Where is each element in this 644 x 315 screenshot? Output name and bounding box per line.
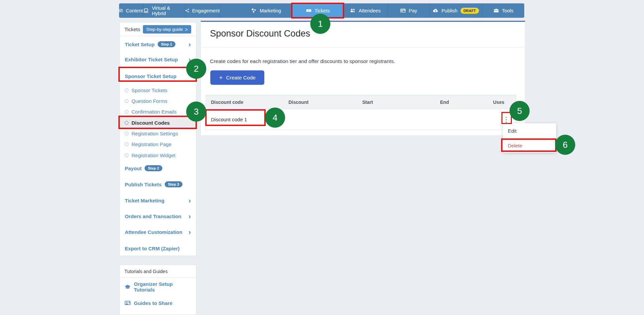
tutorials-header: Tutorials and Guides xyxy=(120,265,196,278)
sidebar-item-registration-widget[interactable]: Registration Widget xyxy=(120,150,196,161)
sidebar-item-registration-settings[interactable]: Registration Settings xyxy=(120,128,196,139)
sidebar-item-sponsor-tickets[interactable]: Sponsor Tickets xyxy=(120,85,196,96)
users-icon xyxy=(350,8,356,13)
sidebar-item-label: Question Forms xyxy=(131,98,167,104)
tab-label: Publish xyxy=(441,8,458,13)
tab-label: Tools xyxy=(502,8,514,13)
column-header-discount-code: Discount code xyxy=(206,100,283,105)
sidebar-item-ticket-marketing[interactable]: Ticket Marketing › xyxy=(120,195,196,206)
column-header-discount: Discount xyxy=(283,100,357,105)
sponsor-discount-codes-card: Sponsor Discount Codes Create codes for … xyxy=(201,21,525,136)
chevron-right-icon: > xyxy=(185,27,188,32)
circle-bullet-icon xyxy=(125,110,128,114)
tab-label: Virtual & Hybrid xyxy=(152,5,185,16)
page-description: Create codes for each registration tier … xyxy=(210,58,395,64)
ticket-icon xyxy=(306,8,312,13)
sidebar-item-label: Registration Page xyxy=(131,141,171,147)
column-header-end: End xyxy=(435,100,493,105)
tab-content[interactable]: Content xyxy=(119,3,143,18)
circle-bullet-icon xyxy=(125,99,128,103)
app-root: Content Virtual & Hybrid Engagement Mark… xyxy=(0,0,644,315)
tab-pay[interactable]: Pay xyxy=(387,3,429,18)
annotation-step-6: 6 xyxy=(555,135,575,155)
step-by-step-guide-button[interactable]: Step-by-step guide > xyxy=(143,25,191,34)
tab-engagement[interactable]: Engagement xyxy=(185,3,220,18)
annotation-step-4: 4 xyxy=(265,108,285,128)
sidebar-item-label: Publish Tickets xyxy=(125,182,162,187)
tab-label: Tickets xyxy=(315,8,330,13)
screen-share-icon xyxy=(124,300,131,306)
sidebar-item-label: Discount Codes xyxy=(131,120,170,126)
tickets-sidebar: Tickets Step-by-step guide > Ticket Setu… xyxy=(119,22,196,256)
table-row: Discount code 1 ⋮ xyxy=(206,109,516,130)
plus-icon: + xyxy=(219,74,223,81)
create-code-button[interactable]: + Create Code xyxy=(210,70,264,85)
sidebar-item-exhibitor-ticket-setup[interactable]: Exhibitor Ticket Setup › xyxy=(120,54,196,65)
sidebar-item-payout[interactable]: Payout Step 2 xyxy=(120,163,196,174)
cloud-upload-icon xyxy=(433,8,438,13)
network-icon xyxy=(185,8,189,13)
sidebar-item-label: Sponsor Tickets xyxy=(131,87,167,93)
briefcase-icon xyxy=(493,8,499,13)
sidebar-item-sponsor-ticket-setup[interactable]: Sponsor Ticket Setup xyxy=(120,71,196,81)
step-3-badge: Step 3 xyxy=(165,181,182,187)
tab-label: Attendees xyxy=(359,8,380,13)
sidebar-item-label: Exhibitor Ticket Setup xyxy=(125,57,178,62)
page-title: Sponsor Discount Codes xyxy=(210,28,310,39)
tab-label: Marketing xyxy=(260,8,281,13)
sidebar-item-question-forms[interactable]: Question Forms xyxy=(120,96,196,106)
chevron-right-icon: › xyxy=(189,212,191,219)
table-header-row: Discount code Discount Start End Uses xyxy=(206,95,516,109)
discount-codes-table: Discount code Discount Start End Uses Di… xyxy=(206,95,516,130)
tab-virtual-hybrid[interactable]: Virtual & Hybrid xyxy=(143,3,185,18)
tab-attendees[interactable]: Attendees xyxy=(343,3,387,18)
step-1-badge: Step 1 xyxy=(158,41,175,47)
sidebar-item-ticket-setup[interactable]: Ticket Setup Step 1 › xyxy=(120,39,196,50)
sidebar-item-confirmation-emails[interactable]: Confirmation Emails xyxy=(120,106,196,117)
menu-item-edit[interactable]: Edit xyxy=(503,123,556,138)
tab-marketing[interactable]: Marketing xyxy=(220,3,292,18)
laptop-icon xyxy=(143,8,149,13)
sidebar-header: Tickets Step-by-step guide > xyxy=(120,22,196,36)
circle-bullet-icon xyxy=(125,132,128,135)
sidebar-item-attendee-customization[interactable]: Attendee Customization › xyxy=(120,227,196,237)
chevron-right-icon: › xyxy=(189,197,191,204)
sidebar-title: Tickets xyxy=(124,26,140,32)
sidebar-item-publish-tickets[interactable]: Publish Tickets Step 3 xyxy=(120,179,196,190)
sidebar-item-label: Registration Settings xyxy=(131,131,178,136)
credit-card-icon xyxy=(400,8,406,13)
sidebar-item-label: Payout xyxy=(125,166,142,171)
circle-bullet-icon xyxy=(125,121,128,125)
circle-bullet-icon xyxy=(125,153,128,157)
tab-label: Pay xyxy=(409,8,417,13)
content-icon xyxy=(119,8,123,13)
sidebar-item-label: Ticket Marketing xyxy=(125,198,164,203)
kebab-menu-icon[interactable]: ⋮ xyxy=(501,115,512,124)
chevron-right-icon: › xyxy=(189,41,191,48)
tab-tools[interactable]: Tools xyxy=(482,3,524,18)
graduation-cap-icon xyxy=(124,284,131,290)
create-code-label: Create Code xyxy=(226,75,256,81)
sidebar-item-label: Ticket Setup xyxy=(125,42,155,47)
annotation-step-3: 3 xyxy=(186,102,206,122)
tab-label: Content xyxy=(126,8,143,13)
sidebar-item-registration-page[interactable]: Registration Page xyxy=(120,139,196,149)
tutorials-sidebar: Tutorials and Guides Organizer Setup Tut… xyxy=(119,265,196,315)
sidebar-item-discount-codes[interactable]: Discount Codes xyxy=(120,117,196,129)
sidebar-item-organizer-setup-tutorials[interactable]: Organizer Setup Tutorials xyxy=(120,281,196,293)
sidebar-item-guides-to-share[interactable]: Guides to Share xyxy=(120,297,196,309)
guide-button-label: Step-by-step guide xyxy=(146,27,183,32)
circle-bullet-icon xyxy=(125,88,128,92)
draft-status-badge: DRAFT xyxy=(461,8,479,14)
tab-label: Engagement xyxy=(192,8,220,13)
sidebar-item-export-to-crm[interactable]: Export to CRM (Zapier) xyxy=(120,243,196,254)
annotation-step-5: 5 xyxy=(509,101,530,121)
row-context-menu: Edit Delete xyxy=(503,123,556,153)
sidebar-item-orders-and-transaction[interactable]: Orders and Transaction › xyxy=(120,211,196,222)
sidebar-item-label: Guides to Share xyxy=(134,300,172,306)
menu-item-delete[interactable]: Delete xyxy=(503,138,556,153)
annotation-step-1: 1 xyxy=(310,14,330,34)
circle-bullet-icon xyxy=(125,142,128,146)
sidebar-item-label: Sponsor Ticket Setup xyxy=(125,73,176,79)
tab-publish[interactable]: Publish DRAFT xyxy=(429,3,482,18)
